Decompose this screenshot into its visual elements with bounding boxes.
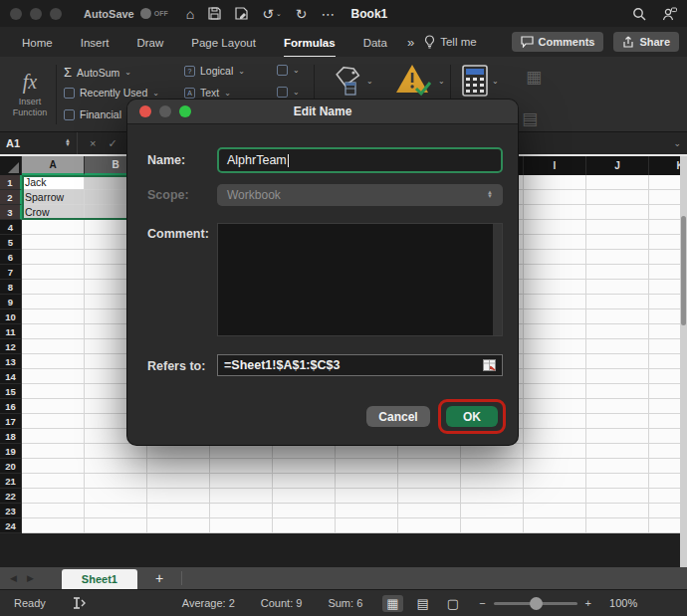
grid-cell-j16[interactable] bbox=[586, 399, 649, 414]
function-category-dropdown-2[interactable]: ⌄ bbox=[277, 87, 300, 98]
vertical-scrollbar[interactable] bbox=[680, 156, 687, 567]
normal-view-button[interactable]: ▦ bbox=[382, 595, 402, 612]
accessibility-icon[interactable] bbox=[72, 596, 87, 610]
grid-cell-e21[interactable] bbox=[273, 474, 336, 489]
grid-cell-c22[interactable] bbox=[147, 489, 210, 504]
comment-textarea[interactable] bbox=[217, 223, 503, 336]
grid-cell-j1[interactable] bbox=[586, 175, 649, 190]
row-header-12[interactable]: 12 bbox=[0, 339, 22, 354]
grid-cell-k24[interactable] bbox=[649, 518, 680, 533]
grid-cell-j9[interactable] bbox=[586, 295, 649, 309]
grid-cell-j14[interactable] bbox=[586, 369, 649, 384]
grid-cell-k18[interactable] bbox=[649, 429, 680, 444]
grid-cell-a12[interactable] bbox=[22, 339, 85, 354]
grid-cell-i2[interactable] bbox=[524, 190, 586, 205]
dialog-titlebar[interactable]: Edit Name bbox=[127, 100, 518, 124]
confirm-entry-icon[interactable]: ✓ bbox=[108, 137, 116, 150]
grid-cell-d20[interactable] bbox=[210, 459, 273, 474]
grid-cell-c20[interactable] bbox=[147, 459, 210, 474]
grid-cell-g23[interactable] bbox=[398, 504, 461, 518]
page-layout-view-button[interactable]: ▤ bbox=[413, 595, 433, 612]
grid-cell-j4[interactable] bbox=[586, 220, 649, 235]
function-category-chevron-icon[interactable]: ⌄ bbox=[293, 66, 300, 75]
grid-cell-k7[interactable] bbox=[649, 265, 680, 280]
row-header-14[interactable]: 14 bbox=[0, 369, 22, 384]
grid-cell-f23[interactable] bbox=[336, 504, 398, 518]
row-header-18[interactable]: 18 bbox=[0, 429, 22, 444]
grid-cell-j3[interactable] bbox=[586, 205, 649, 220]
grid-cell-k6[interactable] bbox=[649, 250, 680, 265]
row-header-1[interactable]: 1 bbox=[0, 175, 22, 190]
grid-cell-k12[interactable] bbox=[649, 339, 680, 354]
tab-formulas[interactable]: Formulas bbox=[284, 31, 336, 58]
row-header-11[interactable]: 11 bbox=[0, 324, 22, 339]
grid-cell-b19[interactable] bbox=[85, 444, 147, 459]
recently-used-button[interactable]: Recently Used ⌄ bbox=[64, 87, 159, 99]
grid-cell-k13[interactable] bbox=[649, 354, 680, 369]
row-header-13[interactable]: 13 bbox=[0, 354, 22, 369]
grid-cell-c21[interactable] bbox=[147, 474, 210, 489]
row-header-19[interactable]: 19 bbox=[0, 444, 22, 459]
grid-cell-i6[interactable] bbox=[524, 250, 586, 265]
grid-cell-i5[interactable] bbox=[524, 235, 586, 250]
grid-cell-j10[interactable] bbox=[586, 309, 649, 324]
calculation-options-button[interactable]: ⌄ bbox=[462, 65, 499, 97]
share-contact-icon[interactable] bbox=[662, 7, 677, 21]
grid-cell-a4[interactable] bbox=[22, 220, 85, 235]
tab-draw[interactable]: Draw bbox=[136, 31, 163, 58]
row-header-15[interactable]: 15 bbox=[0, 384, 22, 399]
row-header-10[interactable]: 10 bbox=[0, 309, 22, 324]
error-checking-chevron-icon[interactable]: ⌄ bbox=[438, 77, 445, 86]
tab-insert[interactable]: Insert bbox=[81, 31, 110, 58]
row-header-17[interactable]: 17 bbox=[0, 414, 22, 429]
grid-cell-b22[interactable] bbox=[85, 489, 147, 504]
grid-cell-j24[interactable] bbox=[586, 518, 649, 533]
grid-cell-b23[interactable] bbox=[85, 504, 147, 518]
grid-cell-a18[interactable] bbox=[22, 429, 85, 444]
grid-cell-b24[interactable] bbox=[85, 518, 147, 533]
grid-cell-j8[interactable] bbox=[586, 280, 649, 295]
grid-cell-j22[interactable] bbox=[586, 489, 649, 504]
grid-cell-a22[interactable] bbox=[22, 489, 85, 504]
row-header-21[interactable]: 21 bbox=[0, 474, 22, 489]
grid-cell-k14[interactable] bbox=[649, 369, 680, 384]
logical-chevron-icon[interactable]: ⌄ bbox=[238, 67, 245, 76]
grid-cell-i21[interactable] bbox=[524, 474, 586, 489]
grid-cell-j2[interactable] bbox=[586, 190, 649, 205]
grid-cell-i22[interactable] bbox=[524, 489, 586, 504]
home-icon[interactable]: ⌂ bbox=[186, 7, 194, 21]
text-function-button[interactable]: A Text ⌄ bbox=[184, 87, 231, 99]
grid-cell-j15[interactable] bbox=[586, 384, 649, 399]
grid-cell-j6[interactable] bbox=[586, 250, 649, 265]
grid-cell-a13[interactable] bbox=[22, 354, 85, 369]
grid-cell-a10[interactable] bbox=[22, 309, 85, 324]
grid-cell-a5[interactable] bbox=[22, 235, 85, 250]
tell-me[interactable]: Tell me bbox=[424, 35, 476, 49]
row-header-6[interactable]: 6 bbox=[0, 250, 22, 265]
grid-cell-g20[interactable] bbox=[398, 459, 461, 474]
insert-function-button[interactable]: fx Insert Function bbox=[4, 61, 56, 128]
zoom-slider-thumb[interactable] bbox=[530, 597, 543, 610]
grid-cell-i18[interactable] bbox=[524, 429, 586, 444]
ok-button[interactable]: OK bbox=[446, 406, 498, 427]
grid-cell-k23[interactable] bbox=[649, 504, 680, 518]
error-checking-button[interactable]: ⌄ bbox=[394, 63, 445, 99]
grid-cell-i19[interactable] bbox=[524, 444, 586, 459]
grid-cell-d21[interactable] bbox=[210, 474, 273, 489]
column-header-k[interactable]: K bbox=[649, 156, 680, 175]
grid-cell-a16[interactable] bbox=[22, 399, 85, 414]
grid-cell-j12[interactable] bbox=[586, 339, 649, 354]
name-box-spinner[interactable]: ▲ ▼ bbox=[65, 139, 71, 146]
calculation-chevron-icon[interactable]: ⌄ bbox=[492, 77, 499, 86]
grid-cell-f19[interactable] bbox=[336, 444, 398, 459]
grid-cell-a9[interactable] bbox=[22, 295, 85, 309]
column-header-j[interactable]: J bbox=[586, 156, 649, 175]
grid-cell-k15[interactable] bbox=[649, 384, 680, 399]
grid-cell-e24[interactable] bbox=[273, 518, 336, 533]
grid-cell-i14[interactable] bbox=[524, 369, 586, 384]
grid-cell-a21[interactable] bbox=[22, 474, 85, 489]
name-input[interactable]: AlphrTeam bbox=[217, 147, 503, 173]
grid-cell-h24[interactable] bbox=[461, 518, 524, 533]
grid-cell-k22[interactable] bbox=[649, 489, 680, 504]
autosave-toggle[interactable]: OFF bbox=[140, 8, 168, 19]
